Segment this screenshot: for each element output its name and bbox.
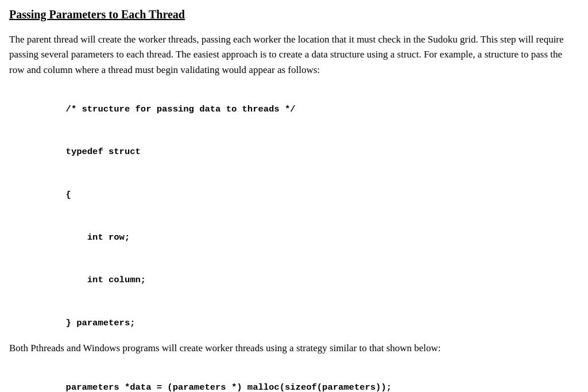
code-line-1-4: int row; xyxy=(66,232,130,243)
code-block-1: /* structure for passing data to threads… xyxy=(55,88,579,330)
code-line-1-2: typedef struct xyxy=(66,147,141,157)
code-line-1-6: } parameters; xyxy=(66,318,136,328)
intro-paragraph: The parent thread will create the worker… xyxy=(9,32,579,78)
middle-paragraph: Both Pthreads and Windows programs will … xyxy=(9,341,579,356)
code-block-2: parameters *data = (parameters *) malloc… xyxy=(55,366,579,392)
code-line-1-1: /* structure for passing data to threads… xyxy=(66,104,296,114)
page-title: Passing Parameters to Each Thread xyxy=(9,6,579,23)
code-line-1-5: int column; xyxy=(66,275,146,285)
code-line-1-3: { xyxy=(66,190,71,200)
code-line-2-1: parameters *data = (parameters *) malloc… xyxy=(66,382,392,392)
